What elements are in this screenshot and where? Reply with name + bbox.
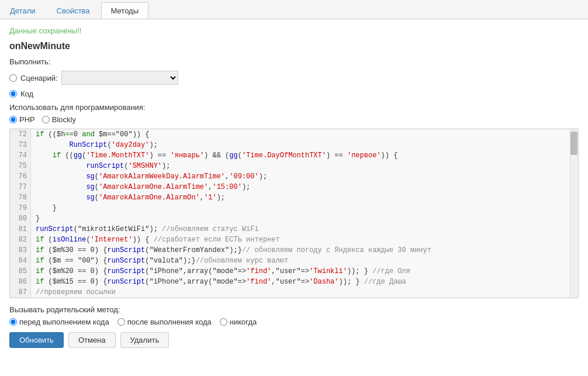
scenario-row: Сценарий: — [9, 71, 579, 85]
php-option[interactable]: PHP — [9, 115, 35, 124]
code-radio[interactable] — [9, 90, 17, 98]
vertical-scrollbar[interactable] — [570, 129, 578, 298]
parent-call-section: Вызывать родительский метод: перед выпол… — [9, 305, 579, 326]
never-label: никогда — [230, 318, 257, 326]
execute-row: Выполнить: — [9, 57, 579, 66]
main-content: Данные сохранены!! onNewMinute Выполнить… — [0, 19, 588, 355]
blockly-option[interactable]: Blockly — [42, 115, 76, 124]
never-radio[interactable] — [220, 318, 227, 326]
line-numbers: 7273747576777879808182838485868788899091… — [10, 129, 31, 298]
php-radio[interactable] — [9, 116, 17, 123]
scenario-select[interactable] — [61, 71, 178, 85]
before-radio[interactable] — [9, 318, 17, 326]
before-option[interactable]: перед выполнением кода — [9, 318, 109, 326]
scenario-radio[interactable] — [9, 74, 17, 82]
code-content[interactable]: if (($h==0 and $m=="00")) { RunScript('d… — [31, 129, 578, 298]
programming-label: Использовать для программирования: — [9, 103, 579, 112]
scrollbar-thumb[interactable] — [570, 132, 577, 155]
blockly-radio[interactable] — [42, 116, 50, 123]
saved-message: Данные сохранены!! — [9, 26, 579, 35]
button-row: Обновить Отмена Удалить — [9, 332, 579, 348]
tab-methods[interactable]: Методы — [101, 2, 148, 19]
execute-label: Выполнить: — [9, 57, 50, 66]
tab-details[interactable]: Детали — [0, 2, 46, 19]
code-radio-row: Код — [9, 89, 579, 98]
parent-options: перед выполнением кода после выполнения … — [9, 318, 579, 326]
never-option[interactable]: никогда — [220, 318, 257, 326]
code-label: Код — [20, 89, 33, 98]
cancel-button[interactable]: Отмена — [68, 332, 116, 348]
after-label: после выполнения кода — [127, 318, 212, 326]
blockly-label: Blockly — [52, 115, 76, 124]
scenario-label: Сценарий: — [20, 74, 58, 82]
before-label: перед выполнением кода — [19, 318, 109, 326]
php-label: PHP — [19, 115, 35, 124]
programming-radio-group: PHP Blockly — [9, 115, 579, 124]
after-radio[interactable] — [117, 318, 125, 326]
parent-call-label: Вызывать родительский метод: — [9, 305, 579, 314]
tab-properties[interactable]: Свойства — [47, 2, 100, 19]
method-name: onNewMinute — [9, 41, 579, 51]
after-option[interactable]: после выполнения кода — [117, 318, 212, 326]
update-button[interactable]: Обновить — [9, 332, 64, 348]
tabs-bar: Детали Свойства Методы — [0, 0, 588, 19]
code-editor[interactable]: 7273747576777879808182838485868788899091… — [9, 129, 579, 298]
delete-button[interactable]: Удалить — [120, 332, 170, 348]
